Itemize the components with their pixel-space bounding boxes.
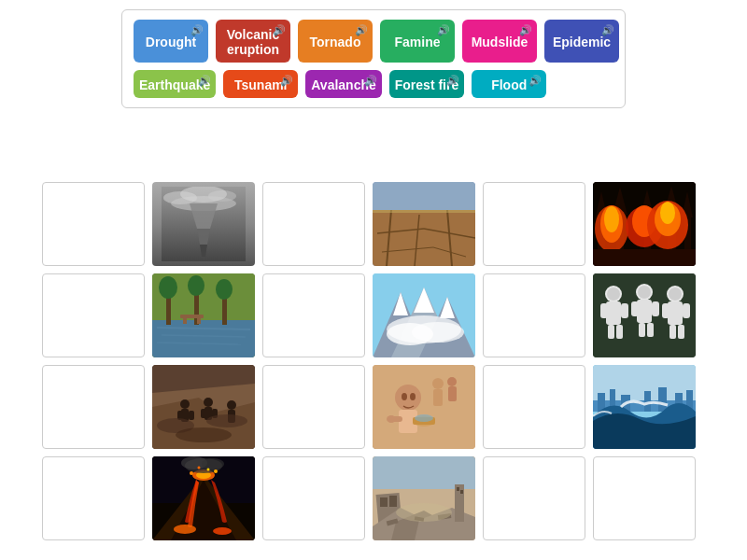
card-row-1: 🔊 Drought 🔊 Volcanic eruption 🔊 Tornado … <box>134 20 613 63</box>
card-label-famine: Famine <box>394 35 440 49</box>
svg-rect-75 <box>647 323 654 337</box>
speaker-icon-tornado: 🔊 <box>355 24 368 36</box>
svg-rect-82 <box>678 325 684 339</box>
speaker-icon-epidemic: 🔊 <box>601 24 614 36</box>
grid-cell-r1c2[interactable] <box>152 182 255 266</box>
grid-cell-r3c6[interactable] <box>593 365 696 449</box>
grid-cell-r3c2[interactable] <box>152 365 255 449</box>
card-epidemic[interactable]: 🔊 Epidemic <box>544 20 619 63</box>
grid-cell-r1c4[interactable] <box>373 182 475 266</box>
card-volcanic[interactable]: 🔊 Volcanic eruption <box>216 20 290 63</box>
svg-point-45 <box>216 279 233 300</box>
grid-cell-r3c5[interactable] <box>483 365 585 449</box>
svg-point-105 <box>395 385 421 411</box>
card-label-tsunami: Tsunami <box>234 77 288 92</box>
card-flood[interactable]: 🔊 Flood <box>472 70 546 98</box>
svg-rect-142 <box>380 497 388 507</box>
svg-rect-71 <box>637 300 652 323</box>
svg-rect-102 <box>433 389 443 406</box>
svg-rect-64 <box>606 301 621 325</box>
svg-rect-79 <box>662 303 669 318</box>
svg-rect-93 <box>201 409 206 418</box>
svg-rect-143 <box>389 496 397 507</box>
grid-cell-r4c2[interactable] <box>152 456 255 540</box>
card-mudslide[interactable]: 🔊 Mudslide <box>462 20 537 63</box>
svg-point-31 <box>604 206 619 232</box>
svg-rect-80 <box>683 303 690 318</box>
svg-rect-90 <box>189 411 194 420</box>
epidemic-svg <box>593 273 696 357</box>
grid-cell-r4c6[interactable] <box>593 456 696 540</box>
card-panel: 🔊 Drought 🔊 Volcanic eruption 🔊 Tornado … <box>121 9 626 108</box>
card-row-2: 🔊 Earthquake 🔊 Tsunami 🔊 Avalanche 🔊 For… <box>134 70 613 98</box>
svg-point-135 <box>190 471 193 475</box>
svg-point-137 <box>198 467 201 469</box>
card-label-epidemic: Epidemic <box>553 35 611 49</box>
grid-cell-r4c4[interactable] <box>373 456 475 540</box>
grid-cell-r3c3[interactable] <box>262 365 365 449</box>
svg-point-43 <box>188 275 204 296</box>
svg-rect-152 <box>460 490 463 494</box>
svg-rect-78 <box>668 301 683 325</box>
speaker-icon-avalanche: 🔊 <box>364 75 377 87</box>
famine-svg <box>373 365 475 449</box>
svg-point-106 <box>402 393 407 400</box>
svg-point-103 <box>447 377 457 386</box>
svg-point-136 <box>214 469 218 473</box>
grid-cell-r4c3[interactable] <box>262 456 365 540</box>
svg-point-87 <box>180 399 190 409</box>
svg-point-91 <box>204 398 213 407</box>
grid-cell-r2c1[interactable] <box>42 273 145 357</box>
card-tsunami[interactable]: 🔊 Tsunami <box>223 70 298 98</box>
grid-cell-r3c1[interactable] <box>42 365 145 449</box>
grid-cell-r4c5[interactable] <box>483 456 585 540</box>
svg-point-134 <box>202 458 224 469</box>
grid-cell-r1c6[interactable] <box>593 182 696 266</box>
svg-point-95 <box>227 400 236 410</box>
card-earthquake[interactable]: 🔊 Earthquake <box>134 70 216 98</box>
svg-rect-37 <box>593 249 696 266</box>
grid-cell-r1c3[interactable] <box>262 182 365 266</box>
card-drought[interactable]: 🔊 Drought <box>134 20 208 63</box>
grid-cell-r2c4[interactable] <box>373 273 475 357</box>
grid-cell-r2c5[interactable] <box>483 273 585 357</box>
card-label-mudslide: Mudslide <box>472 35 529 49</box>
svg-rect-104 <box>448 386 457 401</box>
card-forestfire[interactable]: 🔊 Forest fire <box>389 70 464 98</box>
flood-park-svg <box>152 273 255 357</box>
speaker-icon-volcanic: 🔊 <box>273 24 286 36</box>
grid-cell-r1c1[interactable] <box>42 182 145 266</box>
grid-cell-r2c6[interactable] <box>593 273 696 357</box>
svg-rect-67 <box>608 325 614 339</box>
speaker-icon-earthquake: 🔊 <box>198 75 211 87</box>
volcano-svg <box>152 456 255 540</box>
svg-rect-140 <box>373 456 475 489</box>
grid-cell-r1c5[interactable] <box>483 182 585 266</box>
svg-rect-151 <box>457 487 459 491</box>
speaker-icon-famine: 🔊 <box>437 24 450 36</box>
svg-point-153 <box>396 503 452 522</box>
svg-point-36 <box>660 202 675 224</box>
svg-point-131 <box>213 527 232 535</box>
svg-point-69 <box>607 287 620 301</box>
svg-point-83 <box>669 287 682 301</box>
grid-cell-r2c2[interactable] <box>152 273 255 357</box>
speaker-icon-mudslide: 🔊 <box>519 24 532 36</box>
card-avalanche[interactable]: 🔊 Avalanche <box>305 70 382 98</box>
drought-svg <box>373 182 475 266</box>
card-famine[interactable]: 🔊 Famine <box>380 20 455 63</box>
svg-rect-50 <box>183 318 187 324</box>
svg-point-41 <box>159 276 177 299</box>
svg-rect-51 <box>197 318 201 324</box>
grid-cell-r3c4[interactable] <box>373 365 475 449</box>
svg-rect-68 <box>616 325 623 339</box>
grid-cell-r4c1[interactable] <box>42 456 145 540</box>
svg-rect-121 <box>658 387 667 412</box>
mudslide-svg <box>152 365 255 449</box>
svg-rect-81 <box>669 325 676 339</box>
svg-point-107 <box>410 393 416 400</box>
grid-cell-r2c3[interactable] <box>262 273 365 357</box>
svg-point-98 <box>206 414 247 427</box>
card-tornado[interactable]: 🔊 Tornado <box>298 20 373 63</box>
card-label-flood: Flood <box>491 77 527 92</box>
